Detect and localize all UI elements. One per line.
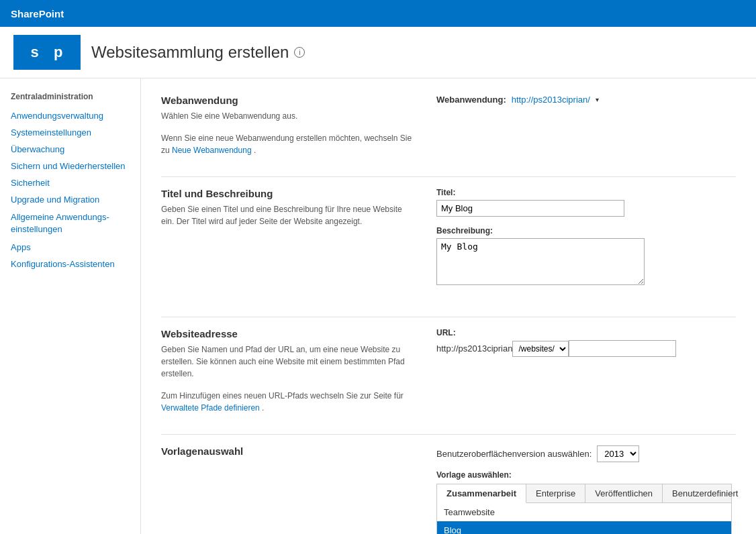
webanwendung-desc1: Wählen Sie eine Webanwendung aus.	[161, 110, 416, 122]
divider-3	[161, 434, 736, 435]
webanwendung-desc2: Wenn Sie eine neue Webanwendung erstelle…	[161, 132, 416, 156]
logo-text: s p	[30, 44, 63, 61]
webanwendung-field-row: Webanwendung: http://ps2013ciprian/ ▾	[436, 95, 736, 105]
template-list: Teamwebsite Blog Entwicklerwebsite	[437, 503, 731, 534]
version-label: Benutzeroberflächenversion auswählen:	[436, 449, 592, 459]
tab-zusammenarbeit[interactable]: Zusammenarbeit	[437, 484, 526, 503]
websiteadresse-right: URL: http://ps2013ciprian /websites/ /si…	[436, 328, 736, 366]
websiteadresse-section: Websiteadresse Geben Sie Namen und Pfad …	[161, 328, 736, 414]
vorlagenauswahl-section: Vorlagenauswahl Benutzeroberflächenversi…	[161, 445, 736, 534]
beschreibung-textarea[interactable]: My Blog	[436, 238, 645, 285]
websiteadresse-desc1: Geben Sie Namen und Pfad der URL an, um …	[161, 343, 416, 380]
webanwendung-left: Webanwendung Wählen Sie eine Webanwendun…	[161, 95, 416, 156]
url-path-select[interactable]: /websites/ /sites/ /	[512, 341, 569, 357]
sidebar-section-title: Zentraladministration	[11, 92, 140, 101]
template-item-teamwebsite[interactable]: Teamwebsite	[437, 503, 731, 521]
info-icon[interactable]: i	[294, 47, 305, 58]
page-header: s p Websitesammlung erstellen i	[0, 27, 756, 78]
sidebar-item-anwendungsverwaltung[interactable]: Anwendungsverwaltung	[11, 108, 140, 123]
websiteadresse-left: Websiteadresse Geben Sie Namen und Pfad …	[161, 328, 416, 414]
tab-benutzerdefiniert[interactable]: Benutzerdefiniert	[663, 484, 747, 502]
sidebar-item-systemeinstellungen[interactable]: Systemeinstellungen	[11, 125, 140, 140]
titel-beschreibung-section: Titel und Beschreibung Geben Sie einen T…	[161, 188, 736, 297]
titel-beschreibung-heading: Titel und Beschreibung	[161, 188, 416, 199]
titel-field-row: Titel:	[436, 188, 736, 217]
titel-beschreibung-left: Titel und Beschreibung Geben Sie einen T…	[161, 188, 416, 227]
webanwendung-section: Webanwendung Wählen Sie eine Webanwendun…	[161, 95, 736, 156]
webanwendung-url-link[interactable]: http://ps2013ciprian/	[512, 95, 590, 105]
titel-label: Titel:	[436, 188, 736, 197]
webanwendung-right: Webanwendung: http://ps2013ciprian/ ▾	[436, 95, 736, 105]
titel-beschreibung-desc: Geben Sie einen Titel und eine Beschreib…	[161, 203, 416, 227]
url-base: http://ps2013ciprian	[436, 343, 512, 354]
beschreibung-label: Beschreibung:	[436, 226, 736, 235]
version-select[interactable]: 2013 2010	[597, 445, 639, 462]
vorlagenauswahl-heading: Vorlagenauswahl	[161, 445, 416, 457]
sidebar-item-apps[interactable]: Apps	[11, 239, 140, 255]
neue-webanwendung-link[interactable]: Neue Webanwendung	[172, 146, 252, 155]
page-title: Websitesammlung erstellen	[91, 43, 289, 62]
vorlagenauswahl-left: Vorlagenauswahl	[161, 445, 416, 461]
websiteadresse-heading: Websiteadresse	[161, 328, 416, 339]
sidebar-item-sicherheit[interactable]: Sicherheit	[11, 175, 140, 191]
titel-input[interactable]	[436, 200, 624, 217]
beschreibung-field-row: Beschreibung: My Blog	[436, 226, 736, 287]
websiteadresse-desc2: Zum Hinzufügen eines neuen URL-Pfads wec…	[161, 390, 416, 414]
webanwendung-dropdown-arrow[interactable]: ▾	[596, 96, 599, 103]
webanwendung-field-label: Webanwendung:	[436, 95, 506, 105]
verwaltete-pfade-link[interactable]: Verwaltete Pfade definieren	[161, 403, 260, 413]
sidebar: Zentraladministration Anwendungsverwaltu…	[0, 78, 141, 534]
sidebar-item-ueberwachung[interactable]: Überwachung	[11, 142, 140, 157]
tab-bar: Zusammenarbeit Enterprise Veröffentliche…	[437, 484, 731, 503]
template-tabs: Zusammenarbeit Enterprise Veröffentliche…	[436, 484, 732, 534]
sidebar-item-konfigurations-assistenten[interactable]: Konfigurations-Assistenten	[11, 256, 140, 272]
sidebar-item-sichern-wiederherstellen[interactable]: Sichern und Wiederherstellen	[11, 158, 140, 174]
version-row: Benutzeroberflächenversion auswählen: 20…	[436, 445, 736, 462]
app-title: SharePoint	[11, 8, 64, 19]
header-logo: s p	[13, 35, 81, 70]
sidebar-item-upgrade-migration[interactable]: Upgrade und Migration	[11, 192, 140, 207]
url-row: http://ps2013ciprian /websites/ /sites/ …	[436, 340, 736, 357]
url-field-row: URL: http://ps2013ciprian /websites/ /si…	[436, 328, 736, 357]
main-layout: Zentraladministration Anwendungsverwaltu…	[0, 78, 756, 534]
titel-beschreibung-right: Titel: Beschreibung: My Blog	[436, 188, 736, 297]
sidebar-item-allgemeine-anwendungseinstellungen[interactable]: Allgemeine Anwendungs-einstellungen	[11, 209, 140, 238]
divider-1	[161, 176, 736, 177]
content-area: Webanwendung Wählen Sie eine Webanwendun…	[141, 78, 756, 534]
template-item-blog[interactable]: Blog	[437, 521, 731, 534]
url-label: URL:	[436, 328, 736, 337]
tab-veroeffentlichen[interactable]: Veröffentlichen	[585, 484, 663, 502]
webanwendung-heading: Webanwendung	[161, 95, 416, 106]
page-title-area: Websitesammlung erstellen i	[91, 43, 305, 62]
tab-enterprise[interactable]: Enterprise	[526, 484, 585, 502]
vorlagenauswahl-right: Benutzeroberflächenversion auswählen: 20…	[436, 445, 736, 534]
template-label: Vorlage auswählen:	[436, 470, 736, 480]
url-suffix-input[interactable]	[569, 340, 676, 357]
divider-2	[161, 317, 736, 317]
top-bar: SharePoint	[0, 0, 756, 27]
